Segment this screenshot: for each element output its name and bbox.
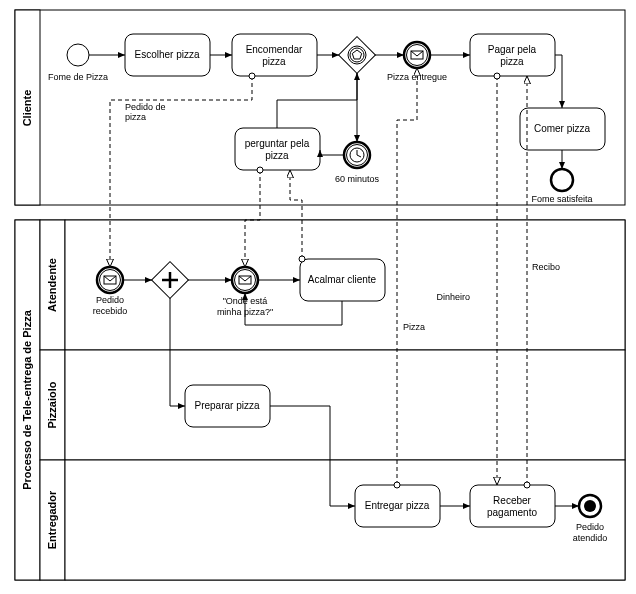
pool-label-cliente: Cliente bbox=[21, 90, 33, 127]
msgflow-label: Pizza bbox=[403, 322, 425, 332]
msg-start-pedido-recebido bbox=[97, 267, 123, 293]
lane-label-pizzaiolo: Pizzaiolo bbox=[46, 381, 58, 428]
end-label: Pedido bbox=[576, 522, 604, 532]
task-label: pizza bbox=[265, 150, 289, 161]
task-label: Comer pizza bbox=[534, 123, 591, 134]
task-pagar bbox=[470, 34, 555, 76]
end-label: Fome satisfeita bbox=[531, 194, 592, 204]
task-label: Preparar pizza bbox=[194, 400, 259, 411]
end-event-pedido-atendido bbox=[579, 495, 601, 517]
task-encomendar-pizza bbox=[232, 34, 317, 76]
task-receber-pagamento bbox=[470, 485, 555, 527]
msgflow-label: Recibo bbox=[532, 262, 560, 272]
event-label: recebido bbox=[93, 306, 128, 316]
msgflow-label: pizza bbox=[125, 112, 146, 122]
task-label: Receber bbox=[493, 495, 531, 506]
lane-label-atendente: Atendente bbox=[46, 258, 58, 312]
task-label: Escolher pizza bbox=[134, 49, 199, 60]
task-label: Encomendar bbox=[246, 44, 303, 55]
task-label: perguntar pela bbox=[245, 138, 310, 149]
bpmn-diagram: Cliente Processo de Tele-entrega de Pizz… bbox=[0, 0, 636, 594]
msgflow-label: Dinheiro bbox=[436, 292, 470, 302]
msg-event-onde-esta bbox=[232, 267, 258, 293]
task-label: Entregar pizza bbox=[365, 500, 430, 511]
task-label: Acalmar cliente bbox=[308, 274, 377, 285]
end-event-fome-satisfeita bbox=[551, 169, 573, 191]
event-label: 60 minutos bbox=[335, 174, 380, 184]
lane-pizzaiolo bbox=[65, 350, 625, 460]
task-label: pagamento bbox=[487, 507, 537, 518]
task-label: pizza bbox=[500, 56, 524, 67]
msgflow-label: Pedido de bbox=[125, 102, 166, 112]
event-label: Pedido bbox=[96, 295, 124, 305]
task-label: Pagar pela bbox=[488, 44, 537, 55]
msg-event-pizza-entregue bbox=[404, 42, 430, 68]
lane-label-entregador: Entregador bbox=[46, 490, 58, 549]
task-label: pizza bbox=[262, 56, 286, 67]
pool-label-processo: Processo de Tele-entrega de Pizza bbox=[21, 309, 33, 489]
timer-event-60min bbox=[344, 142, 370, 168]
svg-point-23 bbox=[584, 500, 596, 512]
start-event-fome bbox=[67, 44, 89, 66]
task-perguntar bbox=[235, 128, 320, 170]
start-label: Fome de Pizza bbox=[48, 72, 108, 82]
end-label: atendido bbox=[573, 533, 608, 543]
